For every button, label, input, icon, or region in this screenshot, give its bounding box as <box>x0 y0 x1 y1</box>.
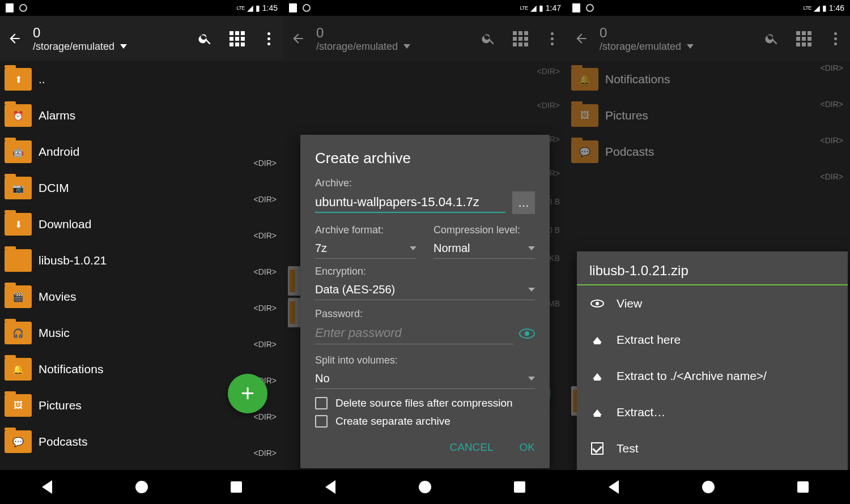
folder-music[interactable]: 🎧Music <box>0 315 283 351</box>
folder-android[interactable]: 🤖Android <box>0 134 283 170</box>
fab-add-button[interactable]: + <box>228 374 267 413</box>
status-bar: LTE◢▮1:46 <box>567 0 850 16</box>
nav-back[interactable] <box>319 476 342 498</box>
status-circle-icon <box>303 4 311 12</box>
search-button[interactable] <box>197 31 213 46</box>
back-button <box>290 31 306 46</box>
ctx-extract[interactable]: Extract… <box>577 394 848 430</box>
chevron-down-icon <box>687 44 694 49</box>
ok-button[interactable]: OK <box>520 441 535 454</box>
network-indicator: LTE <box>236 5 244 11</box>
folder-notifications: 🔔Notifications <box>567 61 850 97</box>
chevron-down-icon <box>403 44 410 49</box>
test-icon <box>591 442 604 455</box>
folder-dcim[interactable]: 📷DCIM <box>0 170 283 206</box>
toggle-password-visibility[interactable] <box>519 328 535 339</box>
folder-podcasts: 💬Podcasts <box>567 134 850 170</box>
folder-pictures: 🖼Pictures <box>567 97 850 134</box>
view-grid-button <box>512 31 528 46</box>
folder-movies[interactable]: 🎬Movies <box>0 279 283 315</box>
signal-icon: ◢ <box>814 3 820 12</box>
path-dropdown[interactable]: 0 /storage/emulated <box>33 25 187 53</box>
nav-recent[interactable] <box>225 476 248 498</box>
encryption-select[interactable]: Data (AES-256) <box>315 280 535 300</box>
split-volumes-select[interactable]: No <box>315 369 535 389</box>
status-circle-icon <box>586 4 594 12</box>
nav-back[interactable] <box>602 476 625 498</box>
chevron-down-icon <box>120 44 127 49</box>
nav-home[interactable] <box>697 476 720 498</box>
extract-icon <box>593 373 602 379</box>
password-input[interactable] <box>315 322 513 344</box>
separate-archive-checkbox[interactable]: Create separate archive <box>315 415 535 428</box>
sd-icon <box>289 3 297 12</box>
folder-up[interactable]: ⬆.. <box>0 61 283 97</box>
clock-text: 1:45 <box>262 3 278 12</box>
battery-icon: ▮ <box>256 3 260 12</box>
battery-icon: ▮ <box>539 3 543 12</box>
chevron-down-icon <box>410 246 416 250</box>
back-button <box>573 31 589 46</box>
browse-button[interactable]: … <box>512 191 535 214</box>
context-menu: libusb-1.0.21.zip View Extract here Extr… <box>577 251 848 470</box>
file-list: <DIR> <DIR> <DIR> <DIR> 18 B 90 B 7KB ub… <box>283 61 567 470</box>
screen-1: LTE ◢ ▮ 1:45 0 /storage/emulated ⬆.. ⏰Al… <box>0 0 283 504</box>
chevron-down-icon <box>528 246 535 250</box>
ctx-compress[interactable]: Compress… <box>577 467 848 470</box>
file-list: <DIR> 🔔Notifications <DIR> 🖼Pictures <DI… <box>567 61 850 470</box>
app-bar: 0 /storage/emulated <box>0 16 283 61</box>
app-bar: 0 /storage/emulated <box>567 16 850 61</box>
ctx-view[interactable]: View <box>577 285 848 322</box>
nav-home[interactable] <box>130 476 153 498</box>
folder-alarms[interactable]: ⏰Alarms <box>0 97 283 134</box>
app-bar: 0 /storage/emulated <box>283 16 567 61</box>
extract-icon <box>593 337 602 343</box>
archive-name-input[interactable] <box>315 193 505 213</box>
signal-icon: ◢ <box>247 3 253 12</box>
nav-bar <box>283 470 567 504</box>
create-archive-dialog: Create archive Archive: … Archive format… <box>300 135 550 468</box>
sd-icon <box>6 3 14 12</box>
search-button <box>481 31 496 46</box>
delete-source-checkbox[interactable]: Delete source files after compression <box>315 397 535 409</box>
view-grid-button <box>796 31 811 46</box>
overflow-menu-button <box>544 31 560 46</box>
status-bar: LTE ◢ ▮ 1:45 <box>0 0 283 16</box>
cancel-button[interactable]: CANCEL <box>449 441 493 454</box>
path-dropdown: 0 /storage/emulated <box>316 25 470 53</box>
folder-libusb[interactable]: libusb-1.0.21 <box>0 242 283 279</box>
clock-text: 1:47 <box>546 3 561 12</box>
overflow-menu-button <box>827 31 843 46</box>
nav-recent[interactable] <box>792 476 814 498</box>
extract-icon <box>593 409 602 415</box>
nav-home[interactable] <box>414 476 436 498</box>
status-bar: LTE◢▮1:47 <box>283 0 567 16</box>
archive-format-select[interactable]: 7z <box>315 238 416 259</box>
screen-3: LTE◢▮1:46 0 /storage/emulated <DIR> 🔔Not… <box>567 0 850 504</box>
ctx-extract-to-named[interactable]: Extract to ./<Archive name>/ <box>577 358 848 394</box>
chevron-down-icon <box>528 377 535 381</box>
appbar-title: 0 <box>33 25 187 41</box>
context-menu-title: libusb-1.0.21.zip <box>577 251 848 285</box>
appbar-subtitle: /storage/emulated <box>33 41 114 53</box>
folder-download[interactable]: ⬇Download <box>0 206 283 242</box>
sd-icon <box>572 3 580 12</box>
chevron-down-icon <box>528 288 535 292</box>
network-indicator: LTE <box>803 5 811 11</box>
network-indicator: LTE <box>520 5 528 11</box>
folder-podcasts[interactable]: 💬Podcasts <box>0 424 283 460</box>
view-grid-button[interactable] <box>229 31 245 46</box>
nav-back[interactable] <box>36 476 58 498</box>
nav-bar <box>0 470 283 504</box>
status-circle-icon <box>19 4 27 12</box>
compression-level-select[interactable]: Normal <box>434 238 535 259</box>
ctx-extract-here[interactable]: Extract here <box>577 322 848 358</box>
search-button <box>764 31 780 46</box>
eye-icon <box>590 300 604 307</box>
signal-icon: ◢ <box>530 3 537 12</box>
nav-recent[interactable] <box>508 476 531 498</box>
ctx-test[interactable]: Test <box>577 430 848 467</box>
overflow-menu-button[interactable] <box>261 31 277 46</box>
file-list: ⬆.. ⏰Alarms<DIR> 🤖Android<DIR> 📷DCIM<DIR… <box>0 61 283 470</box>
back-button[interactable] <box>7 31 23 46</box>
